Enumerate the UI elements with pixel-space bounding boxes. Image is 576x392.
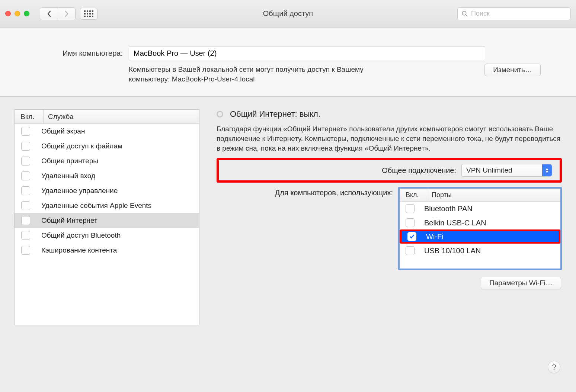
share-connection-row: Общее подключение: VPN Unlimited (219, 160, 560, 180)
services-body: Общий экранОбщий доступ к файламОбщие пр… (15, 124, 199, 325)
detail-description: Благодаря функции «Общий Интернет» польз… (217, 124, 562, 153)
service-label: Кэширование контента (41, 246, 117, 254)
help-button[interactable]: ? (548, 361, 560, 373)
service-checkbox[interactable] (21, 216, 30, 225)
service-checkbox[interactable] (21, 231, 30, 240)
edit-button[interactable]: Изменить… (484, 64, 541, 76)
service-checkbox[interactable] (21, 186, 30, 195)
service-row[interactable]: Удаленные события Apple Events (15, 198, 199, 213)
service-label: Удаленные события Apple Events (41, 202, 151, 210)
ports-highlight: Вкл. Порты Bluetooth PANBelkin USB-C LAN… (398, 187, 562, 270)
service-checkbox[interactable] (21, 142, 30, 151)
service-row[interactable]: Общий Интернет (15, 213, 199, 228)
services-header-on: Вкл. (15, 110, 44, 123)
svg-line-1 (465, 15, 467, 16)
service-row[interactable]: Кэширование контента (15, 243, 199, 258)
service-row[interactable]: Общий доступ к файлам (15, 139, 199, 154)
port-checkbox[interactable] (406, 218, 415, 227)
chevron-updown-icon (542, 164, 552, 176)
share-connection-value: VPN Unlimited (466, 166, 512, 174)
search-input[interactable] (471, 10, 567, 17)
service-checkbox[interactable] (21, 201, 30, 210)
status-row: Общий Интернет: выкл. (217, 109, 562, 119)
show-all-button[interactable] (80, 8, 97, 20)
service-row[interactable]: Общий экран (15, 124, 199, 139)
status-title: Общий Интернет: выкл. (230, 109, 320, 119)
search-field[interactable] (457, 7, 571, 20)
port-row[interactable]: Bluetooth PAN (400, 202, 560, 216)
share-connection-popup[interactable]: VPN Unlimited (461, 164, 552, 177)
status-indicator-icon (217, 111, 223, 118)
minimize-icon[interactable] (15, 11, 20, 16)
computer-name-label: Имя компьютера: (35, 49, 123, 58)
service-row[interactable]: Удаленное управление (15, 183, 199, 198)
service-row[interactable]: Удаленный вход (15, 168, 199, 183)
computer-name-description: Компьютеры в Вашей локальной сети могут … (129, 65, 397, 84)
zoom-icon[interactable] (24, 11, 29, 16)
service-label: Общий доступ Bluetooth (41, 231, 121, 240)
service-checkbox[interactable] (21, 157, 30, 166)
service-label: Общий доступ к файлам (41, 142, 122, 150)
service-label: Удаленное управление (41, 187, 118, 195)
service-label: Удаленный вход (41, 172, 95, 180)
port-row[interactable]: USB 10/100 LAN (400, 244, 560, 258)
port-label: USB 10/100 LAN (424, 247, 481, 255)
computer-name-input[interactable] (129, 46, 485, 60)
port-label: Belkin USB-C LAN (424, 219, 486, 227)
service-checkbox[interactable] (21, 246, 30, 255)
port-checkbox[interactable] (406, 204, 415, 213)
content-area: Вкл. Служба Общий экранОбщий доступ к фа… (0, 97, 576, 336)
toolbar: Общий доступ (0, 0, 576, 28)
port-row[interactable]: Wi-Fi (400, 229, 560, 244)
search-icon (461, 10, 468, 17)
share-connection-highlight: Общее подключение: VPN Unlimited (217, 158, 562, 183)
port-label: Bluetooth PAN (424, 205, 473, 213)
detail-panel: Общий Интернет: выкл. Благодаря функции … (217, 109, 562, 289)
service-checkbox[interactable] (21, 171, 30, 180)
share-connection-label: Общее подключение: (219, 166, 456, 175)
ports-table: Вкл. Порты Bluetooth PANBelkin USB-C LAN… (400, 189, 560, 269)
port-row[interactable]: Belkin USB-C LAN (400, 216, 560, 230)
port-checkbox[interactable] (407, 232, 416, 241)
ports-body: Bluetooth PANBelkin USB-C LANWi-FiUSB 10… (400, 202, 560, 269)
window-controls (5, 11, 29, 16)
service-label: Общий Интернет (41, 216, 97, 225)
ports-header: Вкл. Порты (400, 189, 560, 202)
services-header: Вкл. Служба (15, 110, 199, 124)
port-checkbox[interactable] (406, 246, 415, 255)
service-row[interactable]: Общие принтеры (15, 154, 199, 168)
port-label: Wi-Fi (426, 232, 444, 241)
forward-button[interactable] (58, 8, 75, 20)
ports-header-ports: Порты (427, 191, 560, 199)
services-header-service: Служба (44, 113, 199, 121)
service-row[interactable]: Общий доступ Bluetooth (15, 228, 199, 243)
nav-segment (40, 7, 76, 20)
service-label: Общие принтеры (41, 157, 98, 165)
ports-row: Для компьютеров, использующих: Вкл. Порт… (217, 187, 562, 270)
services-table: Вкл. Служба Общий экранОбщий доступ к фа… (14, 109, 199, 325)
service-checkbox[interactable] (21, 127, 30, 136)
close-icon[interactable] (5, 11, 11, 16)
grid-icon (84, 10, 93, 17)
wifi-options-button[interactable]: Параметры Wi-Fi… (481, 277, 561, 289)
service-label: Общий экран (41, 127, 85, 135)
back-button[interactable] (40, 8, 58, 20)
computer-name-panel: Имя компьютера: Компьютеры в Вашей локал… (0, 28, 576, 97)
ports-header-on: Вкл. (400, 189, 427, 201)
ports-label: Для компьютеров, использующих: (217, 187, 393, 197)
